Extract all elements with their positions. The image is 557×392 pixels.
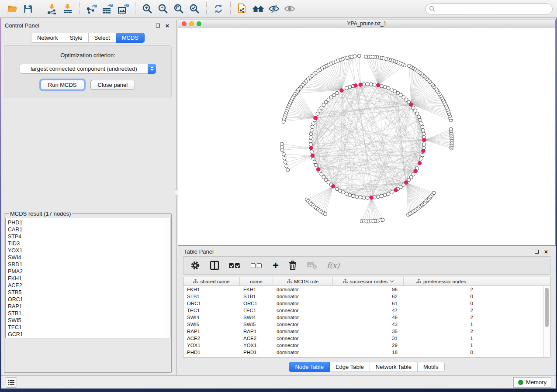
optimization-select[interactable]: largest connected component (undirected): [20, 64, 156, 74]
table-row[interactable]: RAP1RAP1dominator352: [183, 328, 550, 335]
network-canvas[interactable]: [178, 28, 555, 245]
tab-select[interactable]: Select: [89, 33, 116, 43]
import-table-icon[interactable]: [60, 2, 76, 16]
table-row[interactable]: ORC1ORC1dominator610: [183, 300, 550, 307]
float-panel-icon[interactable]: [154, 22, 161, 29]
table-row[interactable]: FKH1FKH1dominator962: [183, 286, 550, 293]
export-table-icon[interactable]: [100, 2, 115, 16]
refresh-view-icon[interactable]: [211, 2, 226, 16]
result-list-item[interactable]: PMA2: [8, 268, 163, 275]
result-list-item[interactable]: STB1: [8, 310, 163, 317]
column-header-successor-nodes[interactable]: successor nodes: [333, 277, 404, 285]
result-list-item[interactable]: ACE2: [8, 282, 163, 289]
table-scrollbar[interactable]: [543, 286, 550, 357]
column-header-shared-name[interactable]: shared name: [183, 277, 240, 285]
show-hidden-icon[interactable]: [282, 2, 298, 16]
share-document-icon[interactable]: [235, 2, 250, 16]
table-panel-title: Table Panel: [184, 248, 530, 255]
network-graph[interactable]: [178, 28, 555, 245]
result-list-item[interactable]: RAP1: [8, 303, 163, 310]
result-list-item[interactable]: PHD1: [8, 219, 163, 226]
table-row[interactable]: TEC1TEC1connector472: [183, 307, 550, 314]
table-tab-edge-table[interactable]: Edge Table: [330, 362, 370, 372]
table-cell: 18: [333, 349, 404, 356]
table-cell: 31: [333, 335, 404, 342]
close-panel-button[interactable]: Close panel: [90, 80, 135, 90]
close-panel-icon[interactable]: ×: [164, 22, 171, 29]
zoom-fit-icon[interactable]: [171, 2, 187, 16]
column-header-MCDS-role[interactable]: MCDS role: [273, 277, 333, 285]
window-close-icon[interactable]: [182, 21, 187, 26]
mcds-result-list[interactable]: PHD1CAR1STP4TID3YOX1SWI4SRD1PMA2FKH1ACE2…: [5, 218, 170, 338]
export-image-icon[interactable]: [115, 2, 131, 16]
result-scrollbar[interactable]: [164, 219, 170, 337]
divider-grip[interactable]: [175, 189, 178, 196]
result-list-item[interactable]: STP4: [8, 233, 163, 240]
select-all-icon[interactable]: [229, 259, 241, 272]
table-cell: 0: [404, 349, 479, 356]
home-networks-icon[interactable]: [250, 2, 266, 16]
open-file-icon[interactable]: [4, 2, 20, 16]
result-list-item[interactable]: SWI5: [8, 317, 163, 324]
table-row[interactable]: SWI5SWI5connector431: [183, 321, 550, 328]
column-header-predecessor-nodes[interactable]: predecessor nodes: [404, 277, 479, 285]
tab-style[interactable]: Style: [64, 33, 89, 43]
zoom-selected-icon[interactable]: [187, 2, 202, 16]
task-history-icon[interactable]: [6, 377, 17, 388]
table-cell: 35: [333, 328, 404, 335]
table-row[interactable]: YOX1YOX1connector291: [183, 342, 550, 349]
table-cell: ACE2: [183, 335, 240, 342]
result-list-item[interactable]: TEC1: [8, 324, 163, 331]
result-list-item[interactable]: YOX1: [8, 247, 163, 254]
toolbar-separator: [40, 2, 40, 15]
add-column-icon[interactable]: +: [273, 259, 279, 272]
optimization-label: Optimization criterion:: [4, 52, 171, 58]
table-cell: dominator: [273, 349, 333, 356]
import-network-icon[interactable]: [44, 2, 60, 16]
deselect-all-icon[interactable]: [251, 259, 263, 272]
table-row[interactable]: PHD1PHD1dominator180: [183, 349, 550, 356]
tab-network[interactable]: Network: [31, 33, 64, 43]
result-list-item[interactable]: SRD1: [8, 261, 163, 268]
node-table[interactable]: shared namenameMCDS rolesuccessor nodesp…: [183, 277, 550, 358]
export-network-icon[interactable]: [84, 2, 100, 16]
split-divider[interactable]: [175, 20, 178, 375]
run-mcds-button[interactable]: Run MCDS: [41, 80, 84, 90]
close-table-panel-icon[interactable]: ×: [543, 248, 550, 255]
hide-selected-icon[interactable]: [266, 2, 282, 16]
table-cell: dominator: [273, 314, 333, 321]
save-session-icon[interactable]: [20, 2, 36, 16]
result-list-item[interactable]: ORC1: [8, 296, 163, 303]
result-list-item[interactable]: STB5: [8, 289, 163, 296]
float-table-panel-icon[interactable]: [533, 248, 540, 255]
result-list-item[interactable]: TID3: [8, 240, 163, 247]
memory-button[interactable]: Memory: [513, 377, 551, 388]
tab-mcds[interactable]: MCDS: [116, 33, 145, 43]
table-row[interactable]: SWI4SWI4dominator462: [183, 314, 550, 321]
table-cell: 61: [333, 300, 404, 307]
table-row[interactable]: STB1STB1dominator620: [183, 293, 550, 300]
window-minimize-icon[interactable]: [189, 21, 194, 26]
result-list-item[interactable]: SWI4: [8, 254, 163, 261]
zoom-in-icon[interactable]: [139, 2, 155, 16]
search-input[interactable]: [437, 6, 549, 12]
result-list-item[interactable]: CAR1: [8, 226, 163, 233]
table-settings-gear-icon[interactable]: [190, 259, 200, 272]
network-window-titlebar[interactable]: YPA_prune.txt_1: [178, 20, 555, 28]
table-tab-motifs[interactable]: Motifs: [418, 362, 445, 372]
table-tab-node-table[interactable]: Node Table: [289, 362, 330, 372]
delete-column-trash-icon[interactable]: [288, 259, 297, 272]
status-bar: Memory: [1, 375, 556, 389]
column-header-name[interactable]: name: [240, 277, 273, 285]
result-list-item[interactable]: FKH1: [8, 275, 163, 282]
table-row[interactable]: ACE2ACE2connector311: [183, 335, 550, 342]
result-list-item[interactable]: GCR1: [8, 331, 163, 338]
table-tab-network-table[interactable]: Network Table: [370, 362, 418, 372]
optimization-selected-value: largest connected component (undirected): [20, 65, 148, 72]
toolbar-separator: [135, 2, 135, 15]
show-columns-icon[interactable]: [210, 259, 219, 272]
search-box[interactable]: [425, 3, 553, 14]
zoom-out-icon[interactable]: [155, 2, 171, 16]
table-scrollbar-thumb[interactable]: [545, 288, 549, 327]
window-zoom-icon[interactable]: [197, 21, 201, 26]
